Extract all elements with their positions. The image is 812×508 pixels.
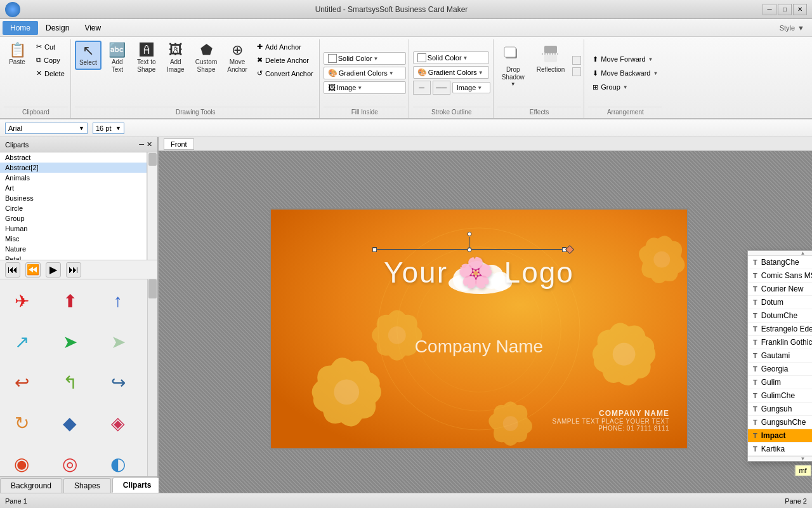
- font-list-item[interactable]: TDotum: [748, 296, 812, 309]
- font-list-item[interactable]: TCourier New: [748, 283, 812, 296]
- clipart-item[interactable]: ↑: [99, 282, 137, 320]
- next-button[interactable]: ⏭: [66, 262, 81, 277]
- clipart-item[interactable]: ✈: [3, 282, 41, 320]
- dropdown-scroll-up[interactable]: ▲: [748, 251, 812, 256]
- font-name: DotumChe: [761, 311, 797, 320]
- font-list-item[interactable]: TComic Sans MS: [748, 269, 812, 283]
- clipart-item[interactable]: ➤: [51, 323, 89, 361]
- fill-color-box: [328, 54, 337, 63]
- copy-button[interactable]: ⧉ Copy: [33, 54, 68, 66]
- fill-solid-color-dropdown[interactable]: Solid Color ▼: [324, 52, 406, 65]
- font-list-item[interactable]: TGungsuhChe: [748, 416, 812, 429]
- stroke-line-btn2[interactable]: ──: [433, 81, 450, 95]
- tt-icon: T: [753, 352, 757, 359]
- font-list-item[interactable]: TGulim: [748, 376, 812, 389]
- menu-view[interactable]: View: [77, 21, 108, 35]
- maximize-button[interactable]: □: [778, 4, 792, 15]
- stroke-gradient-dropdown[interactable]: 🎨 Gradient Colors ▼: [413, 66, 489, 79]
- delete-anchor-button[interactable]: ✖ Delete Anchor: [254, 54, 317, 66]
- category-item[interactable]: Abstract[2]: [0, 163, 147, 173]
- clipart-item[interactable]: ◐: [99, 444, 137, 476]
- category-item[interactable]: Nature: [0, 244, 147, 254]
- menu-design[interactable]: Design: [38, 21, 77, 35]
- fill-gradient-dropdown[interactable]: 🎨 Gradient Colors ▼: [324, 67, 406, 79]
- category-item[interactable]: Circle: [0, 203, 147, 213]
- font-list-item[interactable]: TFranklin Gothic Medium: [748, 336, 812, 349]
- clipart-item[interactable]: ➤: [99, 323, 137, 361]
- bottom-tab-shapes[interactable]: Shapes: [63, 478, 111, 493]
- font-list-item[interactable]: TGeorgia: [748, 363, 812, 376]
- convert-anchor-button[interactable]: ↺ Convert Anchor: [254, 67, 317, 79]
- category-item[interactable]: Misc: [0, 234, 147, 244]
- stroke-solid-dropdown[interactable]: Solid Color ▼: [413, 51, 489, 64]
- font-list-item[interactable]: TGautami: [748, 349, 812, 363]
- clipart-scrollbar[interactable]: [147, 279, 157, 476]
- move-backward-button[interactable]: ⬇ Move Backward ▼: [588, 67, 662, 79]
- font-list-item[interactable]: TDotumChe: [748, 309, 812, 323]
- font-list-item[interactable]: TEstrangelo Edessa: [748, 323, 812, 336]
- clipart-item[interactable]: ↰: [51, 363, 89, 401]
- font-size-input[interactable]: 16 pt ▼: [93, 123, 124, 134]
- category-item[interactable]: Animals: [0, 173, 147, 183]
- category-item[interactable]: Art: [0, 183, 147, 193]
- effect-checkbox1[interactable]: [572, 56, 581, 65]
- clipart-item[interactable]: ⬆: [51, 282, 89, 320]
- clipart-item[interactable]: ↪: [99, 363, 137, 401]
- panel-close-icon[interactable]: ✕: [147, 140, 152, 149]
- delete-icon: ✕: [36, 69, 42, 77]
- fill-image-dropdown[interactable]: 🖼 Image ▼: [324, 81, 406, 94]
- font-name-input[interactable]: Arial ▼: [5, 123, 88, 134]
- canvas-content[interactable]: Your 🌸 Logo Company Name COMPANY NAME SA…: [159, 151, 812, 493]
- group-button[interactable]: ⊞ Group ▼: [588, 81, 632, 93]
- bottom-tab-background[interactable]: Background: [0, 478, 62, 493]
- bottom-line2: SAMPLE TEXT PLACE YOUER TEXT: [553, 418, 669, 425]
- clipart-item[interactable]: ◎: [51, 444, 89, 476]
- clipart-item[interactable]: ↗: [3, 323, 41, 361]
- clipart-item[interactable]: ◆: [51, 404, 89, 442]
- minimize-button[interactable]: ─: [763, 4, 776, 15]
- font-list-item[interactable]: TGulimChe: [748, 389, 812, 403]
- menu-home[interactable]: Home: [3, 21, 38, 35]
- paste-button[interactable]: 📋 Paste: [4, 41, 30, 69]
- select-button[interactable]: ↖ Select: [75, 41, 102, 70]
- clipart-item[interactable]: ◈: [99, 404, 137, 442]
- prev-button[interactable]: ⏪: [25, 262, 41, 277]
- prev-end-button[interactable]: ⏮: [5, 262, 20, 277]
- category-item[interactable]: Human: [0, 224, 147, 234]
- category-item[interactable]: Abstract: [0, 152, 147, 163]
- delete-button[interactable]: ✕ Delete: [33, 67, 68, 79]
- move-forward-button[interactable]: ⬆ Move Forward ▼: [588, 53, 657, 65]
- play-button[interactable]: ▶: [46, 262, 61, 277]
- category-item[interactable]: Petal: [0, 254, 147, 260]
- category-item[interactable]: Group: [0, 213, 147, 224]
- clipart-item[interactable]: ◉: [3, 444, 41, 476]
- category-item[interactable]: Business: [0, 193, 147, 203]
- toolbar-row: Arial ▼ 16 pt ▼: [0, 119, 812, 137]
- font-list-item[interactable]: TBatangChe: [748, 256, 812, 269]
- font-list-item[interactable]: TKartika: [748, 443, 812, 456]
- font-list-item[interactable]: TImpact: [748, 429, 812, 443]
- add-text-button[interactable]: 🔤 AddText: [104, 41, 131, 76]
- add-anchor-button[interactable]: ✚ Add Anchor: [254, 41, 317, 53]
- effect-checkbox2[interactable]: [572, 67, 581, 76]
- categories-scrollbar[interactable]: [147, 152, 157, 260]
- custom-shape-button[interactable]: ⬟ CustomShape: [192, 41, 221, 76]
- convert-anchor-icon: ↺: [257, 69, 263, 77]
- panel-minimize-icon[interactable]: ─: [139, 140, 144, 149]
- close-button[interactable]: ✕: [793, 4, 807, 15]
- titlebar: Untitled - SmartsysSoft Business Card Ma…: [0, 0, 812, 19]
- clipart-item[interactable]: ↩: [3, 363, 41, 401]
- bottom-tab-cliparts[interactable]: Cliparts: [112, 478, 162, 493]
- stroke-line-btn[interactable]: ─: [413, 81, 431, 95]
- clipart-item[interactable]: ↻: [3, 404, 41, 442]
- dropdown-scroll-down[interactable]: ▼: [748, 456, 812, 461]
- add-image-button[interactable]: 🖼 AddImage: [162, 41, 189, 76]
- cut-button[interactable]: ✂ Cut: [33, 41, 68, 53]
- reflection-button[interactable]: Reflection: [533, 41, 568, 76]
- font-list-item[interactable]: TGungsuh: [748, 403, 812, 416]
- arrangement-group-label: Arrangement: [588, 107, 662, 117]
- move-anchor-button[interactable]: ⊕ MoveAnchor: [223, 41, 251, 76]
- drop-shadow-button[interactable]: DropShadow ▼: [497, 41, 529, 90]
- stroke-image-dropdown[interactable]: Image ▼: [452, 82, 490, 93]
- text-to-shape-button[interactable]: 🅰 Text toShape: [133, 41, 160, 76]
